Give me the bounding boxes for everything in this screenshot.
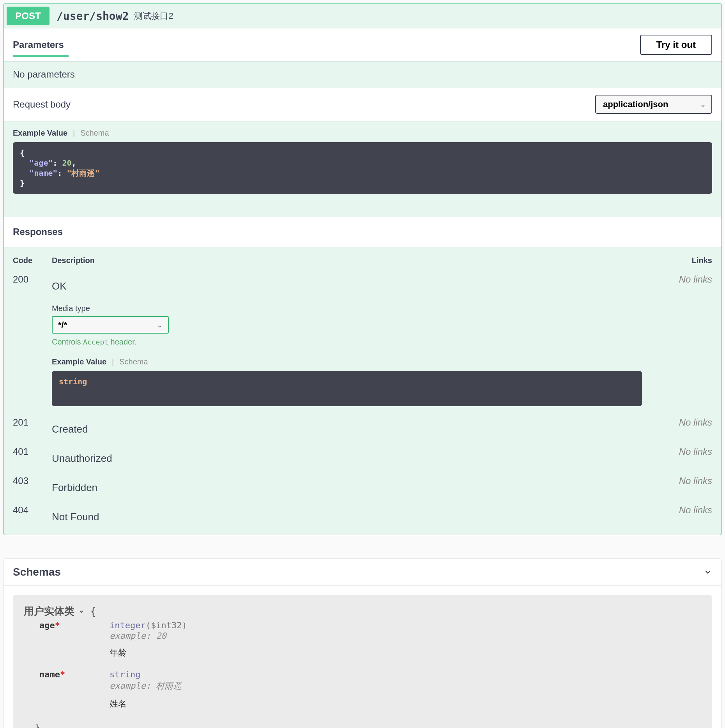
schemas-block: Schemas 用户实体类 { age*integer($int32)examp…	[3, 558, 722, 728]
model-box: 用户实体类 { age*integer($int32)example: 20年龄…	[13, 595, 712, 728]
request-body-example: { "age": 20, "name": "村雨遥" }	[13, 142, 712, 194]
chevron-down-icon	[704, 568, 712, 576]
example-schema-tabs: Example Value|Schema	[52, 357, 642, 366]
response-description: Forbidden	[42, 472, 651, 501]
schema-tab[interactable]: Schema	[80, 129, 109, 138]
example-value-tab[interactable]: Example Value	[13, 129, 67, 138]
http-method-badge: POST	[7, 7, 50, 25]
chevron-down-icon	[78, 608, 85, 615]
response-code: 404	[4, 501, 42, 530]
open-brace: {	[90, 606, 96, 617]
response-row: 200OKMedia type*/*⌄Controls Accept heade…	[4, 270, 721, 413]
response-description: Created	[42, 413, 651, 442]
schema-tab[interactable]: Schema	[119, 357, 148, 366]
property-detail: stringexample: 村雨遥姓名	[110, 670, 182, 718]
response-code: 200	[4, 270, 42, 413]
parameters-header: Parameters Try it out	[4, 28, 721, 61]
response-links: No links	[651, 413, 721, 442]
col-code: Code	[4, 247, 42, 270]
request-body-section: Example Value | Schema { "age": 20, "nam…	[4, 121, 721, 217]
request-body-title: Request body	[13, 99, 71, 110]
operation-summary[interactable]: POST /user/show2 测试接口2	[4, 4, 721, 28]
responses-title: Responses	[13, 226, 63, 237]
response-example: string	[52, 371, 642, 406]
example-value-tab[interactable]: Example Value	[52, 357, 106, 366]
media-type-select[interactable]: */*	[52, 316, 169, 334]
response-row: 201CreatedNo links	[4, 413, 721, 442]
content-type-select[interactable]: application/json	[595, 95, 712, 114]
property-name: name*	[39, 670, 110, 718]
property-detail: integer($int32)example: 20年龄	[110, 620, 187, 667]
model-property: name*stringexample: 村雨遥姓名	[24, 670, 701, 718]
response-code: 403	[4, 472, 42, 501]
response-description: Not Found	[42, 501, 651, 530]
col-links: Links	[651, 247, 721, 270]
model-property: age*integer($int32)example: 20年龄	[24, 620, 701, 667]
close-brace: }	[24, 722, 701, 728]
responses-table: Code Description Links 200OKMedia type*/…	[4, 247, 721, 530]
response-row: 404Not FoundNo links	[4, 501, 721, 530]
response-links: No links	[651, 442, 721, 472]
responses-header: Responses	[4, 217, 721, 247]
response-links: No links	[651, 472, 721, 501]
parameters-body: No parameters	[4, 61, 721, 88]
controls-accept-note: Controls Accept header.	[52, 337, 642, 346]
model-name: 用户实体类	[24, 604, 74, 618]
media-type-label: Media type	[52, 304, 642, 313]
col-description: Description	[42, 247, 651, 270]
schemas-body: 用户实体类 { age*integer($int32)example: 20年龄…	[4, 586, 721, 728]
try-it-out-button[interactable]: Try it out	[640, 35, 712, 55]
request-body-header: Request body application/json ⌄	[4, 88, 721, 121]
schemas-header[interactable]: Schemas	[4, 559, 721, 586]
schemas-title: Schemas	[13, 566, 61, 578]
operation-block: POST /user/show2 测试接口2 Parameters Try it…	[3, 3, 722, 535]
property-name: age*	[39, 620, 110, 667]
response-description: OKMedia type*/*⌄Controls Accept header.E…	[42, 270, 651, 413]
example-schema-tabs: Example Value | Schema	[13, 129, 712, 138]
response-code: 201	[4, 413, 42, 442]
model-title-row[interactable]: 用户实体类 {	[24, 604, 701, 618]
no-parameters-text: No parameters	[13, 69, 75, 80]
operation-path: /user/show2	[57, 10, 129, 23]
operation-summary-text: 测试接口2	[134, 10, 173, 22]
parameters-tab[interactable]: Parameters	[13, 39, 64, 50]
response-code: 401	[4, 442, 42, 472]
response-description: Unauthorized	[42, 442, 651, 472]
response-row: 401UnauthorizedNo links	[4, 442, 721, 472]
response-row: 403ForbiddenNo links	[4, 472, 721, 501]
response-links: No links	[651, 501, 721, 530]
response-links: No links	[651, 270, 721, 413]
